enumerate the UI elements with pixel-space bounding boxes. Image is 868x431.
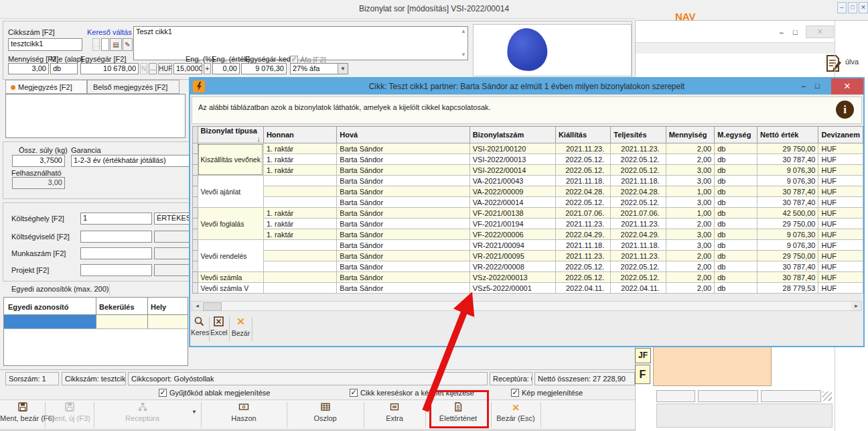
- cell-hova[interactable]: Barta Sándor: [337, 176, 469, 186]
- cikkszam-input[interactable]: tesztcikk1: [8, 38, 82, 51]
- cell-netto-ertek[interactable]: 9 076,30: [757, 229, 818, 240]
- cell-teljesites[interactable]: 2022.05.12.: [611, 261, 666, 272]
- cell-bizonylatszam[interactable]: VF-2022/00006: [469, 229, 555, 240]
- koltsegviselo-input[interactable]: [80, 231, 152, 243]
- cell-teljesites[interactable]: 2022.05.12.: [611, 272, 666, 283]
- cell-kiallitas[interactable]: 2021.07.06.: [555, 208, 610, 219]
- table-row[interactable]: Barta SándorVA-2022/000092022.04.28.2022…: [193, 186, 863, 197]
- cell-devizanem[interactable]: HUF: [818, 240, 863, 251]
- eng-ertek-input[interactable]: 0,00: [212, 63, 240, 74]
- cell-megyseg[interactable]: db: [715, 283, 757, 294]
- cell-megyseg[interactable]: db: [715, 251, 757, 261]
- cell-devizanem[interactable]: HUF: [818, 272, 863, 283]
- cell-devizanem[interactable]: HUF: [818, 251, 863, 261]
- me-alap-input[interactable]: db: [50, 63, 78, 74]
- cell-mennyiseg[interactable]: 2,00: [666, 283, 715, 294]
- info-icon[interactable]: i: [836, 101, 854, 119]
- cell-devizanem[interactable]: HUF: [818, 219, 863, 229]
- close-icon[interactable]: ✕: [831, 78, 863, 95]
- pencil-button[interactable]: ✎: [123, 38, 133, 51]
- minimize-icon[interactable]: −: [779, 25, 784, 41]
- outer-restore-icon[interactable]: □: [848, 2, 857, 13]
- cell-bizonylatszam[interactable]: VSI-2022/00014: [469, 165, 555, 176]
- cell-bizonylatszam[interactable]: VA-2021/00043: [469, 176, 555, 186]
- cell-kiallitas[interactable]: 2021.11.23.: [555, 143, 610, 154]
- cell-teljesites[interactable]: 2021.07.06.: [611, 208, 666, 219]
- cell-netto-ertek[interactable]: 28 779,53: [757, 283, 818, 294]
- cell-devizanem[interactable]: HUF: [818, 283, 863, 294]
- cell-honnan[interactable]: [263, 186, 336, 197]
- cell-mennyiseg[interactable]: 2,00: [666, 143, 715, 154]
- cell-megyseg[interactable]: db: [715, 165, 757, 176]
- outer-close-icon[interactable]: ✕: [859, 2, 868, 13]
- cell-honnan[interactable]: 1. raktár: [263, 154, 336, 165]
- cell-mennyiseg[interactable]: 2,00: [666, 261, 715, 272]
- cell-hova[interactable]: Barta Sándor: [337, 143, 469, 154]
- cell-hova[interactable]: Barta Sándor: [337, 208, 469, 219]
- doc-type-group-cell[interactable]: Vevői számla: [198, 272, 263, 283]
- keres-button[interactable]: Keres: [191, 316, 208, 343]
- maximize-icon[interactable]: □: [793, 24, 798, 40]
- cell-hova[interactable]: Barta Sándor: [337, 219, 469, 229]
- cell-megyseg[interactable]: db: [715, 229, 757, 240]
- egyedi-cell[interactable]: [96, 315, 147, 328]
- cell-bizonylatszam[interactable]: VR-2022/00008: [469, 261, 555, 272]
- cell-devizanem[interactable]: HUF: [818, 154, 863, 165]
- cell-netto-ertek[interactable]: 30 787,40: [757, 186, 818, 197]
- header-devizanem[interactable]: Devizanem: [818, 127, 863, 143]
- dots-button[interactable]: ...: [149, 63, 157, 74]
- cell-kiallitas[interactable]: 2022.04.11.: [555, 283, 610, 294]
- cell-devizanem[interactable]: HUF: [818, 229, 863, 240]
- receptura-button[interactable]: Receptúra: [94, 401, 191, 429]
- cell-honnan[interactable]: [263, 197, 336, 208]
- cell-teljesites[interactable]: 2022.04.11.: [611, 283, 666, 294]
- table-row[interactable]: Vevői számla VBarta SándorVSz5-2022/0000…: [193, 283, 863, 294]
- cell-teljesites[interactable]: 2022.04.28.: [611, 186, 666, 197]
- tab-egyedi-azonositok[interactable]: Egyedi azonosítók (max. 200): [11, 285, 109, 293]
- receptura-dropdown-icon[interactable]: ▼: [192, 409, 197, 415]
- cell-mennyiseg[interactable]: 3,00: [666, 176, 715, 186]
- haszon-button[interactable]: Haszon: [201, 401, 287, 429]
- cell-devizanem[interactable]: HUF: [818, 186, 863, 197]
- cell-kiallitas[interactable]: 2021.11.23.: [555, 251, 610, 261]
- cell-mennyiseg[interactable]: 1,00: [666, 208, 715, 219]
- mennyiseg-input[interactable]: 3,00: [8, 63, 49, 74]
- excel-button[interactable]: Excel: [210, 316, 227, 343]
- egyedi-header-hely[interactable]: Hely: [151, 303, 166, 311]
- cell-kiallitas[interactable]: 2022.05.12.: [555, 272, 610, 283]
- cell-kiallitas[interactable]: 2021.11.23.: [555, 219, 610, 229]
- egyedi-header-bekerules[interactable]: Bekerülés: [99, 303, 135, 311]
- cell-megyseg[interactable]: db: [715, 176, 757, 186]
- cell-megyseg[interactable]: db: [715, 208, 757, 219]
- table-row[interactable]: Vevői számlaBarta SándorVSz-2022/0001320…: [193, 272, 863, 283]
- eng-pct-input[interactable]: 15,0000: [173, 63, 202, 74]
- cell-megyseg[interactable]: db: [715, 219, 757, 229]
- cell-honnan[interactable]: [263, 176, 336, 186]
- cell-honnan[interactable]: 1. raktár: [263, 229, 336, 240]
- cell-megyseg[interactable]: db: [715, 272, 757, 283]
- cell-honnan[interactable]: 1. raktár: [263, 208, 336, 219]
- gyujtokod-checkbox[interactable]: ✓: [159, 389, 167, 397]
- cell-honnan[interactable]: 1. raktár: [263, 165, 336, 176]
- oszlop-button[interactable]: Oszlop: [287, 401, 364, 429]
- header-kiallitas[interactable]: Kiállítás: [555, 127, 610, 143]
- cell-hova[interactable]: Barta Sándor: [337, 261, 469, 272]
- tab-belso-megjegyzes[interactable]: Belső megjegyzés [F2]: [87, 80, 179, 94]
- cell-mennyiseg[interactable]: 2,00: [666, 154, 715, 165]
- doc-type-group-cell[interactable]: Kiszállítás vevőnek: [198, 143, 263, 176]
- cell-megyseg[interactable]: db: [715, 240, 757, 251]
- cell-honnan[interactable]: [263, 240, 336, 251]
- table-row[interactable]: Vevői foglalás1. raktárBarta SándorVF-20…: [193, 208, 863, 219]
- cell-hova[interactable]: Barta Sándor: [337, 186, 469, 197]
- popup-titlebar[interactable]: Cikk: Teszt cikk1 partner: Barta Sándor …: [190, 78, 863, 95]
- n-button[interactable]: N: [140, 63, 147, 74]
- munkaszam-input[interactable]: [80, 247, 152, 259]
- cell-mennyiseg[interactable]: 3,00: [666, 165, 715, 176]
- cell-teljesites[interactable]: 2021.11.23.: [611, 143, 666, 154]
- header-mennyiseg[interactable]: Mennyiség: [666, 127, 715, 143]
- save-close-button[interactable]: Ment, bezár (F6): [0, 401, 45, 429]
- cell-devizanem[interactable]: HUF: [818, 197, 863, 208]
- notepad-edit-button[interactable]: ▤: [110, 38, 122, 51]
- afa-select[interactable]: 27% áfa ▼: [290, 63, 348, 74]
- cell-hova[interactable]: Barta Sándor: [337, 229, 469, 240]
